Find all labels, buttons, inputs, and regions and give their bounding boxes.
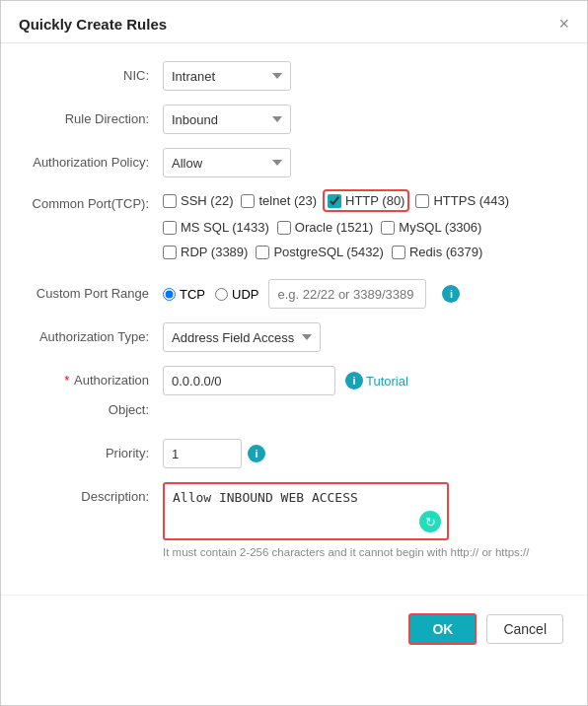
radio-tcp-label: TCP [180, 287, 205, 302]
port-telnet-checkbox[interactable] [241, 194, 255, 208]
ok-button[interactable]: OK [408, 613, 477, 645]
port-http-checkbox[interactable] [328, 194, 341, 208]
radio-udp[interactable]: UDP [215, 287, 258, 302]
priority-label: Priority: [25, 439, 163, 468]
dialog-title: Quickly Create Rules [19, 16, 167, 33]
close-button[interactable]: × [558, 15, 569, 33]
port-oracle[interactable]: Oracle (1521) [277, 220, 373, 235]
port-postgresql-checkbox[interactable] [256, 246, 269, 259]
custom-port-radio-group: TCP UDP i [163, 279, 460, 309]
tutorial-link[interactable]: i Tutorial [345, 372, 408, 389]
auth-object-label: * Authorization Object: [25, 366, 163, 425]
nic-label: NIC: [25, 61, 163, 91]
nic-row: NIC: Intranet Extranet [25, 61, 563, 91]
priority-row: Priority: i [25, 439, 563, 468]
priority-info-icon[interactable]: i [248, 445, 265, 462]
port-ssh[interactable]: SSH (22) [163, 193, 233, 208]
description-wrapper: Allow INBOUND WEB ACCESS ↻ [163, 482, 449, 540]
port-checkbox-group: SSH (22) telnet (23) HTTP (80) HTTPS (44… [163, 191, 563, 265]
custom-port-row: Custom Port Range TCP UDP i [25, 279, 563, 309]
common-port-label: Common Port(TCP): [25, 191, 163, 217]
auth-type-row: Authorization Type: Address Field Access… [25, 322, 563, 352]
port-https[interactable]: HTTPS (443) [415, 193, 509, 208]
port-line-3: RDP (3389) PostgreSQL (5432) Redis (6379… [163, 245, 482, 262]
auth-object-row: * Authorization Object: i Tutorial [25, 366, 563, 425]
radio-tcp-input[interactable] [163, 288, 176, 301]
rule-direction-label: Rule Direction: [25, 105, 163, 134]
port-mysql[interactable]: MySQL (3306) [381, 220, 481, 235]
tutorial-label: Tutorial [366, 374, 408, 388]
port-line-1: SSH (22) telnet (23) HTTP (80) HTTPS (44… [163, 191, 509, 213]
port-http[interactable]: HTTP (80) [325, 191, 407, 210]
nic-select[interactable]: Intranet Extranet [163, 61, 291, 91]
auth-policy-control: Allow Deny [163, 148, 563, 177]
auth-policy-label: Authorization Policy: [25, 148, 163, 177]
priority-input[interactable] [163, 439, 242, 468]
port-https-checkbox[interactable] [415, 194, 429, 208]
rule-direction-row: Rule Direction: Inbound Outbound [25, 105, 563, 134]
nic-control: Intranet Extranet [163, 61, 563, 91]
radio-tcp[interactable]: TCP [163, 287, 205, 302]
port-telnet[interactable]: telnet (23) [241, 193, 317, 208]
custom-port-label: Custom Port Range [25, 279, 163, 309]
custom-port-control: TCP UDP i [163, 279, 563, 309]
description-input[interactable]: Allow INBOUND WEB ACCESS [165, 484, 447, 535]
refresh-icon[interactable]: ↻ [419, 511, 441, 532]
auth-object-input[interactable] [163, 366, 335, 395]
auth-policy-select[interactable]: Allow Deny [163, 148, 291, 177]
dialog-footer: OK Cancel [1, 595, 587, 663]
port-mssql[interactable]: MS SQL (1433) [163, 220, 269, 235]
port-mssql-checkbox[interactable] [163, 221, 177, 235]
port-mysql-checkbox[interactable] [381, 221, 395, 235]
rule-direction-control: Inbound Outbound [163, 105, 563, 134]
port-line-2: MS SQL (1433) Oracle (1521) MySQL (3306) [163, 220, 481, 238]
port-postgresql[interactable]: PostgreSQL (5432) [256, 245, 384, 259]
common-port-row: Common Port(TCP): SSH (22) telnet (23) H… [25, 191, 563, 265]
port-redis[interactable]: Redis (6379) [392, 245, 482, 259]
port-rdp[interactable]: RDP (3389) [163, 245, 248, 259]
auth-type-control: Address Field Access Security Group [163, 322, 563, 352]
description-row: Description: Allow INBOUND WEB ACCESS ↻ … [25, 482, 563, 561]
port-oracle-checkbox[interactable] [277, 221, 291, 235]
dialog: Quickly Create Rules × NIC: Intranet Ext… [0, 0, 588, 706]
required-mark: * [64, 373, 69, 388]
priority-control: i [163, 439, 563, 468]
auth-type-select[interactable]: Address Field Access Security Group [163, 322, 321, 352]
auth-object-control: i Tutorial [163, 366, 563, 395]
custom-port-input[interactable] [268, 279, 426, 309]
port-ssh-checkbox[interactable] [163, 194, 177, 208]
custom-port-info-icon[interactable]: i [442, 285, 460, 303]
dialog-body: NIC: Intranet Extranet Rule Direction: I… [1, 43, 587, 585]
port-redis-checkbox[interactable] [392, 246, 405, 259]
description-hint: It must contain 2-256 characters and it … [163, 544, 529, 561]
description-label: Description: [25, 482, 163, 512]
auth-type-label: Authorization Type: [25, 322, 163, 352]
radio-udp-label: UDP [232, 287, 258, 302]
description-control: Allow INBOUND WEB ACCESS ↻ It must conta… [163, 482, 563, 561]
tutorial-info-icon: i [345, 372, 363, 389]
port-rdp-checkbox[interactable] [163, 246, 177, 259]
auth-policy-row: Authorization Policy: Allow Deny [25, 148, 563, 177]
common-port-control: SSH (22) telnet (23) HTTP (80) HTTPS (44… [163, 191, 563, 265]
cancel-button[interactable]: Cancel [486, 614, 563, 644]
rule-direction-select[interactable]: Inbound Outbound [163, 105, 291, 134]
radio-udp-input[interactable] [215, 288, 228, 301]
dialog-header: Quickly Create Rules × [1, 1, 587, 43]
